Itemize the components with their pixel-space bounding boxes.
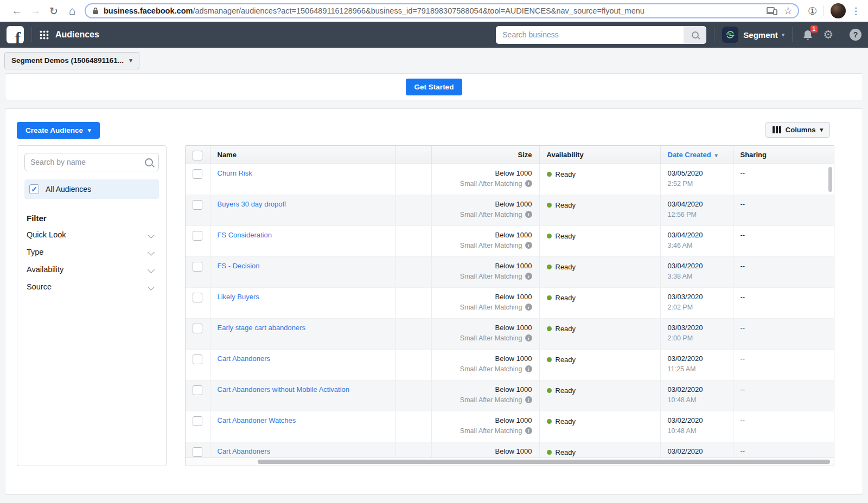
size-value: Below 1000 <box>439 416 532 424</box>
col-header-availability[interactable]: Availability <box>539 146 660 164</box>
select-all-checkbox[interactable] <box>193 151 202 160</box>
time-created-value: 12:56 PM <box>668 211 726 218</box>
info-icon[interactable]: i <box>525 334 532 341</box>
get-started-banner: Get Started <box>5 73 863 100</box>
settings-gear-icon[interactable]: ⚙ <box>823 28 833 41</box>
audience-name-link[interactable]: Churn Risk <box>218 169 252 177</box>
business-search-input[interactable] <box>496 26 684 44</box>
audience-name-link[interactable]: Cart Abandoners <box>218 447 271 455</box>
row-checkbox[interactable] <box>193 324 202 333</box>
audience-name-link[interactable]: Cart Abandoner Watches <box>218 416 296 424</box>
account-selector[interactable]: Segment Demos (15064891161... ▾ <box>4 52 139 69</box>
availability-value: Ready <box>556 448 576 456</box>
table-row: FS Consideration Below 1000 Small After … <box>186 225 834 256</box>
row-checkbox[interactable] <box>193 385 202 395</box>
browser-profile-avatar[interactable] <box>831 3 846 18</box>
create-audience-button[interactable]: Create Audience ▾ <box>17 122 100 139</box>
divider <box>714 27 714 42</box>
back-icon[interactable]: ← <box>8 5 26 17</box>
bookmark-star-icon[interactable]: ☆ <box>784 5 793 17</box>
row-checkbox[interactable] <box>193 416 202 426</box>
apps-grid-icon[interactable] <box>40 30 49 40</box>
ready-status-icon <box>547 357 552 362</box>
business-name[interactable]: Segment <box>743 30 777 40</box>
col-empty <box>395 380 431 411</box>
send-to-device-icon[interactable] <box>767 7 777 15</box>
info-icon[interactable]: i <box>525 180 532 187</box>
all-audiences-checkbox[interactable]: ✓ <box>29 184 39 194</box>
row-checkbox[interactable] <box>193 354 202 364</box>
vertical-scrollbar[interactable] <box>828 167 832 192</box>
audience-name-link[interactable]: Buyers 30 day dropoff <box>218 200 286 208</box>
columns-button[interactable]: Columns ▾ <box>765 122 830 138</box>
home-icon[interactable]: ⌂ <box>63 4 81 17</box>
notifications-bell-icon[interactable]: 1 <box>802 29 813 41</box>
col-header-size[interactable]: Size <box>431 146 539 164</box>
facebook-logo[interactable]: f <box>7 26 24 43</box>
row-checkbox[interactable] <box>193 293 202 302</box>
search-icon[interactable] <box>684 26 706 44</box>
horizontal-scrollbar[interactable] <box>186 457 834 466</box>
size-note: Small After Matching <box>460 304 522 311</box>
audience-name-link[interactable]: Early stage cart abandoners <box>218 324 306 332</box>
info-icon[interactable]: i <box>525 242 532 249</box>
info-icon[interactable]: i <box>525 396 532 403</box>
ready-status-icon <box>547 234 552 238</box>
row-checkbox[interactable] <box>193 231 202 241</box>
audience-name-link[interactable]: Cart Abandoners <box>218 354 271 363</box>
sharing-value: -- <box>741 200 745 208</box>
col-header-sharing[interactable]: Sharing <box>733 146 834 164</box>
help-icon[interactable]: ? <box>850 29 861 41</box>
info-icon[interactable]: i <box>525 304 532 311</box>
audience-name-link[interactable]: FS Consideration <box>218 231 272 239</box>
filter-availability[interactable]: Availability <box>24 261 159 278</box>
filter-source[interactable]: Source <box>24 278 159 295</box>
info-icon[interactable]: i <box>525 365 532 372</box>
all-audiences-toggle[interactable]: ✓ All Audiences <box>24 179 159 199</box>
chevron-down-icon[interactable]: ▾ <box>782 31 785 38</box>
chevron-down-icon <box>148 249 155 256</box>
row-checkbox[interactable] <box>193 262 202 272</box>
sharing-value: -- <box>741 293 745 301</box>
filter-sidebar: ✓ All Audiences Filter Quick Look Type A… <box>17 145 167 466</box>
filter-type[interactable]: Type <box>24 243 159 261</box>
col-empty <box>395 225 431 256</box>
browser-menu-icon[interactable]: ⋮ <box>851 5 860 17</box>
audience-name-link[interactable]: Likely Buyers <box>218 293 259 301</box>
info-icon[interactable]: i <box>525 427 532 434</box>
audience-name-link[interactable]: Cart Abandoners without Mobile Activatio… <box>218 385 350 394</box>
forward-icon[interactable]: → <box>26 5 44 17</box>
date-created-value: 03/04/2020 <box>668 200 726 208</box>
size-note: Small After Matching <box>460 365 522 373</box>
horizontal-scrollbar-thumb[interactable] <box>258 460 830 464</box>
notification-badge: 1 <box>810 25 818 33</box>
info-icon[interactable]: i <box>525 273 532 280</box>
segment-logo[interactable] <box>722 27 738 43</box>
col-empty <box>395 287 431 318</box>
col-header-date-created[interactable]: Date Created▾ <box>660 146 733 164</box>
audience-name-link[interactable]: FS - Decision <box>218 262 260 270</box>
get-started-button[interactable]: Get Started <box>406 79 463 95</box>
url-bar[interactable]: business.facebook.com/adsmanager/audienc… <box>85 3 799 18</box>
row-checkbox[interactable] <box>193 447 202 457</box>
table-row: Buyers 30 day dropoff Below 1000 Small A… <box>186 195 834 225</box>
filter-quick-look[interactable]: Quick Look <box>24 226 159 243</box>
ready-status-icon <box>547 326 552 331</box>
row-checkbox[interactable] <box>193 169 202 179</box>
size-value: Below 1000 <box>439 262 532 270</box>
time-created-value: 2:02 PM <box>668 304 726 311</box>
extension-icon[interactable]: ① <box>808 5 817 17</box>
name-search-input[interactable] <box>30 158 145 166</box>
size-value: Below 1000 <box>439 447 532 455</box>
availability-value: Ready <box>556 201 576 209</box>
subheader: Segment Demos (15064891161... ▾ <box>0 48 868 73</box>
col-header-name[interactable]: Name <box>210 146 395 164</box>
row-checkbox[interactable] <box>193 200 202 210</box>
ready-status-icon <box>547 203 552 208</box>
name-search[interactable] <box>24 153 159 171</box>
refresh-icon[interactable]: ↻ <box>44 5 63 17</box>
size-note: Small After Matching <box>460 396 522 404</box>
info-icon[interactable]: i <box>525 211 532 218</box>
business-search[interactable] <box>496 26 706 44</box>
ready-status-icon <box>547 419 552 424</box>
